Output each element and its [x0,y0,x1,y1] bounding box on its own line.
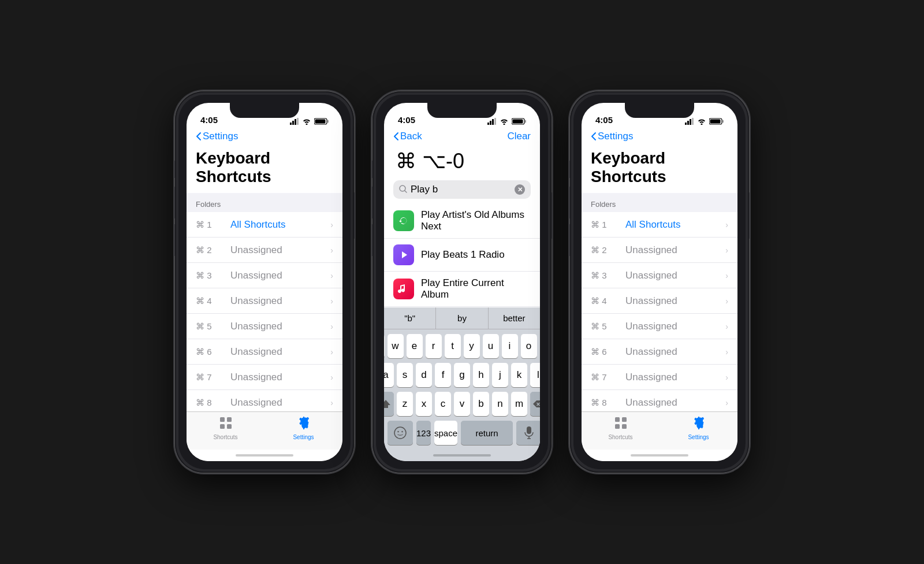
result-item-2[interactable]: Play Beats 1 Radio [384,239,540,272]
result-item-3[interactable]: Play Entire Current Album [384,272,540,307]
suggestion-3[interactable]: better [489,307,540,329]
folder-item-3-7[interactable]: ⌘ 7 Unassigned › [582,365,737,390]
folder-key-3-2: ⌘ 2 [591,245,625,255]
key-r[interactable]: r [426,334,442,358]
key-q[interactable]: q [384,334,385,358]
folder-key-3-7: ⌘ 7 [591,372,625,383]
folder-item-1-4[interactable]: ⌘ 4 Unassigned › [187,288,342,314]
key-l[interactable]: l [530,363,540,387]
tab-shortcuts-1[interactable]: Shortcuts [187,417,264,440]
status-icons-2 [487,118,526,125]
key-h[interactable]: h [473,363,489,387]
key-return[interactable]: return [461,421,513,445]
key-o[interactable]: o [521,334,537,358]
key-g[interactable]: g [454,363,470,387]
status-time-3: 4:05 [595,115,613,125]
suggestion-1[interactable]: "b" [384,307,436,329]
search-icon [399,185,407,195]
chevron-3-8: › [725,398,728,407]
folder-item-1-8[interactable]: ⌘ 8 Unassigned › [187,390,342,411]
svg-rect-13 [492,119,494,125]
folder-item-1-3[interactable]: ⌘ 3 Unassigned › [187,263,342,288]
key-c[interactable]: c [435,392,451,416]
folder-item-3-3[interactable]: ⌘ 3 Unassigned › [582,263,737,288]
back-label-3: Settings [598,131,633,142]
folder-item-3-1[interactable]: ⌘ 1 All Shortcuts › [582,212,737,238]
key-backspace[interactable] [530,392,540,416]
scroll-content-1: Keyboard Shortcuts Folders ⌘ 1 All Short… [187,147,342,411]
folder-key-1-3: ⌘ 3 [196,270,230,281]
key-y[interactable]: y [464,334,480,358]
signal-icon-2 [487,118,497,125]
signal-icon-3 [685,118,694,125]
folder-item-1-2[interactable]: ⌘ 2 Unassigned › [187,238,342,263]
search-clear-icon: ✕ [517,186,523,194]
key-space[interactable]: space [434,421,457,445]
key-n[interactable]: n [492,392,508,416]
key-v[interactable]: v [454,392,470,416]
folder-key-1-5: ⌘ 5 [196,321,230,332]
key-123[interactable]: 123 [416,421,431,445]
folder-item-1-5[interactable]: ⌘ 5 Unassigned › [187,314,342,339]
search-input[interactable]: Play b [411,184,511,195]
folder-item-1-1[interactable]: ⌘ 1 All Shortcuts › [187,212,342,238]
key-b[interactable]: b [473,392,489,416]
tab-settings-3[interactable]: Settings [660,417,737,440]
key-t[interactable]: t [445,334,461,358]
back-button-2[interactable]: Back [393,131,422,142]
clear-button-2[interactable]: Clear [507,131,531,142]
back-button-1[interactable]: Settings [196,131,238,142]
suggestion-2[interactable]: by [436,307,488,329]
key-j[interactable]: j [492,363,508,387]
chevron-3-3: › [725,271,728,280]
result-label-1: Play Artist's Old Albums Next [421,209,531,232]
key-i[interactable]: i [502,334,518,358]
key-emoji[interactable] [388,421,413,445]
result-item-1[interactable]: Play Artist's Old Albums Next [384,203,540,239]
wifi-icon-2 [500,118,509,125]
key-z[interactable]: z [397,392,413,416]
folder-key-1-2: ⌘ 2 [196,245,230,255]
folder-key-3-6: ⌘ 6 [591,347,625,357]
key-w[interactable]: w [388,334,404,358]
folder-item-1-6[interactable]: ⌘ 6 Unassigned › [187,339,342,365]
key-m[interactable]: m [511,392,527,416]
keyboard-suggestions: "b" by better [384,307,540,329]
folder-key-1-1: ⌘ 1 [196,220,230,230]
key-s[interactable]: s [397,363,413,387]
svg-rect-16 [525,120,526,123]
key-shift[interactable] [384,392,394,416]
folder-item-1-7[interactable]: ⌘ 7 Unassigned › [187,365,342,390]
result-icon-3 [393,279,414,299]
folder-item-3-6[interactable]: ⌘ 6 Unassigned › [582,339,737,365]
key-p[interactable]: p [540,334,541,358]
key-e[interactable]: e [407,334,423,358]
svg-rect-35 [710,120,721,124]
key-a[interactable]: a [384,363,394,387]
key-d[interactable]: d [416,363,432,387]
folder-item-3-8[interactable]: ⌘ 8 Unassigned › [582,390,737,411]
folders-list-1: ⌘ 1 All Shortcuts › ⌘ 2 Unassigned › ⌘ 3… [187,212,342,411]
key-u[interactable]: u [483,334,499,358]
folder-item-3-2[interactable]: ⌘ 2 Unassigned › [582,238,737,263]
key-f[interactable]: f [435,363,451,387]
folder-item-3-4[interactable]: ⌘ 4 Unassigned › [582,288,737,314]
notch-3 [625,103,694,118]
back-button-3[interactable]: Settings [591,131,633,142]
search-bar[interactable]: Play b ✕ [393,180,531,199]
search-clear-button[interactable]: ✕ [515,184,525,195]
svg-point-25 [401,431,403,432]
tab-shortcuts-3[interactable]: Shortcuts [582,417,660,440]
tab-settings-1[interactable]: Settings [264,417,342,440]
shortcuts-icon-3 [614,417,627,429]
key-k[interactable]: k [511,363,527,387]
result-label-2: Play Beats 1 Radio [421,249,531,261]
svg-rect-34 [722,120,724,123]
key-mic[interactable] [516,421,540,445]
folders-header-3: Folders [582,193,737,212]
folder-value-3-5: Unassigned [625,321,725,332]
key-x[interactable]: x [416,392,432,416]
folder-item-3-5[interactable]: ⌘ 5 Unassigned › [582,314,737,339]
status-icons-1 [290,118,329,125]
tab-shortcuts-label-3: Shortcuts [608,434,632,440]
